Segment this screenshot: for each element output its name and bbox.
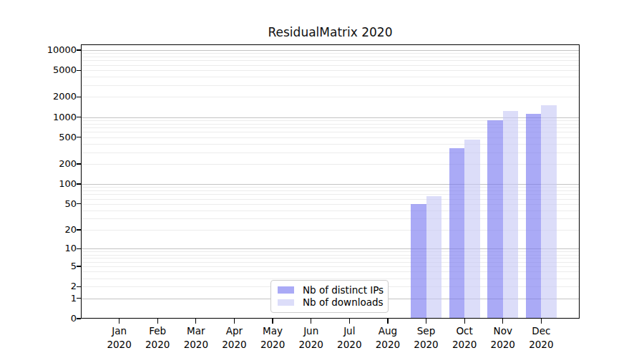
legend-swatch-downloads-icon (278, 299, 294, 306)
bar-downloads (541, 105, 557, 319)
y-tick-label: 1 (71, 293, 77, 304)
y-tick-mark (77, 183, 81, 184)
x-tick-mark (464, 319, 465, 324)
gridline-minor (81, 60, 580, 61)
bar-downloads (503, 111, 519, 319)
y-tick-label: 2000 (53, 91, 77, 102)
y-tick-label: 50 (64, 198, 77, 210)
y-tick-mark (77, 117, 81, 117)
x-tick-mark (272, 319, 273, 324)
legend-label-distinct-ips: Nb of distinct IPs (303, 284, 384, 296)
chart-title: ResidualMatrix 2020 (81, 25, 580, 39)
plot-area (81, 44, 580, 319)
x-tick-year: 2020 (509, 338, 573, 352)
x-tick-mark (157, 319, 158, 324)
y-tick-mark (77, 298, 81, 299)
x-tick-mark (119, 319, 119, 324)
y-tick-mark (77, 286, 81, 287)
legend-label-downloads: Nb of downloads (303, 296, 384, 309)
gridline-minor (81, 53, 580, 54)
gridline-minor (81, 70, 580, 71)
bar-distinct-ips (411, 204, 426, 319)
x-tick-mark (311, 319, 311, 324)
y-tick-mark (77, 49, 81, 50)
x-tick-mark (502, 319, 503, 324)
y-tick-label: 5000 (53, 64, 77, 76)
y-tick-mark (77, 266, 81, 266)
y-tick-mark (77, 97, 81, 97)
y-tick-mark (77, 318, 81, 319)
y-tick-mark (77, 229, 81, 230)
bar-distinct-ips (487, 120, 503, 319)
y-tick-mark (77, 70, 81, 71)
y-tick-label: 1000 (53, 112, 77, 123)
gridline-major (81, 50, 580, 51)
bar-distinct-ips (526, 114, 542, 319)
y-tick-label: 5 (71, 261, 77, 272)
y-tick-label: 10 (64, 243, 77, 254)
bar-downloads (464, 140, 480, 319)
legend: Nb of distinct IPs Nb of downloads (270, 280, 389, 314)
x-tick-mark (541, 319, 542, 324)
chart-canvas: ResidualMatrix 2020 01251020501002005001… (0, 0, 644, 358)
y-tick-label: 2 (71, 281, 77, 292)
y-tick-label: 100 (59, 178, 77, 190)
x-tick-mark (426, 319, 426, 324)
y-tick-label: 20 (64, 224, 77, 236)
y-tick-mark (77, 163, 81, 164)
x-tick-mark (234, 319, 235, 324)
legend-swatch-distinct-ips-icon (278, 286, 294, 294)
legend-item-distinct-ips: Nb of distinct IPs (278, 284, 381, 296)
gridline-minor (81, 57, 580, 57)
gridline-minor (81, 65, 580, 66)
gridline-minor (81, 85, 580, 86)
y-tick-label: 500 (59, 132, 77, 143)
x-tick-mark (387, 319, 388, 324)
gridline-minor (81, 77, 580, 77)
y-tick-label: 10000 (47, 44, 77, 56)
gridline-minor (81, 97, 580, 97)
x-tick-mark (195, 319, 196, 324)
y-tick-mark (77, 137, 81, 137)
x-tick-mark (349, 319, 350, 324)
x-tick-month: Dec (509, 324, 573, 338)
y-tick-label: 200 (59, 158, 77, 170)
bar-distinct-ips (449, 148, 465, 319)
y-tick-mark (77, 248, 81, 249)
x-tick-label: Dec2020 (509, 324, 573, 352)
bar-downloads (426, 196, 442, 319)
y-tick-label: 0 (71, 313, 77, 324)
legend-item-downloads: Nb of downloads (278, 296, 381, 309)
y-tick-mark (77, 203, 81, 204)
